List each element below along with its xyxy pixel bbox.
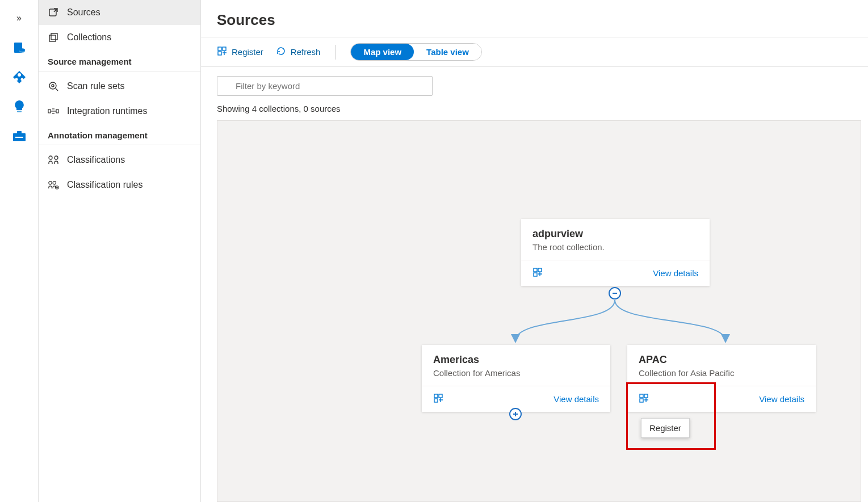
sidebar-section-annotation-mgmt: Annotation management bbox=[39, 124, 200, 145]
svg-rect-37 bbox=[640, 399, 643, 402]
register-label: Register bbox=[232, 47, 263, 57]
svg-rect-26 bbox=[534, 268, 537, 272]
register-icon bbox=[217, 46, 227, 58]
svg-rect-16 bbox=[48, 109, 51, 113]
map-view-toggle[interactable]: Map view bbox=[351, 44, 414, 60]
status-line: Showing 4 collections, 0 sources bbox=[201, 102, 868, 120]
svg-rect-24 bbox=[223, 47, 226, 50]
svg-point-21 bbox=[53, 182, 56, 184]
map-canvas[interactable]: adpurview The root collection. View deta… bbox=[217, 120, 861, 502]
rail-management[interactable] bbox=[11, 128, 27, 144]
sidebar-item-label: Classification rules bbox=[67, 180, 142, 190]
sidebar-item-label: Scan rule sets bbox=[67, 81, 124, 91]
toolbar-divider bbox=[335, 45, 336, 60]
svg-rect-7 bbox=[17, 111, 22, 112]
svg-rect-10 bbox=[15, 137, 23, 138]
svg-rect-36 bbox=[644, 394, 648, 398]
refresh-label: Refresh bbox=[291, 47, 321, 57]
view-details-link[interactable]: View details bbox=[553, 394, 599, 404]
svg-point-6 bbox=[20, 78, 23, 81]
svg-rect-30 bbox=[434, 394, 438, 398]
sidebar-section-source-mgmt: Source management bbox=[39, 50, 200, 71]
register-tooltip: Register bbox=[641, 418, 690, 438]
collections-icon bbox=[48, 32, 59, 43]
lightbulb-icon bbox=[13, 99, 26, 114]
svg-rect-35 bbox=[640, 394, 643, 398]
svg-point-14 bbox=[49, 82, 56, 89]
card-title: Americas bbox=[433, 354, 599, 366]
chevron-double-right-icon: » bbox=[16, 13, 22, 23]
icon-rail: » bbox=[0, 0, 39, 502]
expand-nav-button[interactable]: » bbox=[11, 10, 27, 26]
svg-point-19 bbox=[54, 156, 58, 159]
card-title: adpurview bbox=[532, 228, 698, 240]
card-title: APAC bbox=[639, 354, 804, 366]
page-title: Sources bbox=[201, 0, 868, 37]
svg-point-4 bbox=[18, 73, 21, 77]
toolbar: Register Refresh Map view Table view bbox=[201, 37, 868, 67]
card-register-icon[interactable] bbox=[639, 393, 649, 405]
svg-rect-27 bbox=[538, 268, 542, 272]
svg-rect-25 bbox=[218, 52, 221, 55]
svg-rect-9 bbox=[17, 131, 22, 134]
runtime-icon bbox=[48, 106, 59, 117]
svg-point-20 bbox=[49, 182, 52, 184]
sources-icon bbox=[48, 7, 59, 18]
svg-point-18 bbox=[49, 156, 52, 159]
card-register-icon[interactable] bbox=[433, 393, 443, 405]
card-subtitle: Collection for Asia Pacific bbox=[639, 368, 804, 378]
svg-rect-11 bbox=[49, 9, 56, 16]
svg-rect-17 bbox=[56, 109, 58, 113]
svg-point-15 bbox=[52, 85, 54, 87]
rail-data-catalog[interactable] bbox=[11, 40, 27, 56]
sidebar-item-sources[interactable]: Sources bbox=[39, 0, 200, 25]
classifications-icon bbox=[48, 154, 59, 166]
refresh-button[interactable]: Refresh bbox=[276, 46, 321, 58]
register-button[interactable]: Register bbox=[217, 46, 263, 58]
svg-marker-3 bbox=[13, 71, 26, 83]
database-icon bbox=[12, 41, 26, 54]
view-details-link[interactable]: View details bbox=[653, 268, 698, 278]
classification-rules-icon bbox=[48, 179, 59, 191]
sidebar-item-label: Classifications bbox=[67, 155, 125, 165]
svg-point-5 bbox=[15, 78, 18, 81]
connector-lines bbox=[217, 121, 861, 502]
view-toggle: Map view Table view bbox=[350, 43, 481, 61]
collection-card-americas[interactable]: Americas Collection for Americas View de… bbox=[422, 345, 610, 412]
sidebar-item-classification-rules[interactable]: Classification rules bbox=[39, 172, 200, 197]
expand-node-button[interactable] bbox=[509, 408, 522, 420]
sidebar-item-label: Sources bbox=[67, 7, 100, 18]
filter-input[interactable] bbox=[217, 76, 433, 96]
rail-data-map[interactable] bbox=[11, 69, 27, 85]
toolbox-icon bbox=[12, 130, 27, 142]
card-subtitle: The root collection. bbox=[532, 242, 698, 252]
tooltip-label: Register bbox=[649, 423, 681, 433]
sidebar-item-classifications[interactable]: Classifications bbox=[39, 147, 200, 172]
filter-row bbox=[201, 67, 868, 102]
card-subtitle: Collection for Americas bbox=[433, 368, 599, 378]
sidebar-item-label: Integration runtimes bbox=[67, 106, 147, 116]
svg-rect-28 bbox=[534, 273, 537, 276]
main-content: Sources Register Refresh Map view Table … bbox=[201, 0, 868, 502]
sidebar-item-collections[interactable]: Collections bbox=[39, 25, 200, 50]
svg-point-2 bbox=[19, 48, 25, 52]
svg-rect-31 bbox=[439, 394, 442, 398]
collection-card-root[interactable]: adpurview The root collection. View deta… bbox=[521, 219, 710, 286]
svg-rect-32 bbox=[434, 399, 438, 402]
sidebar-item-label: Collections bbox=[67, 32, 111, 43]
view-details-link[interactable]: View details bbox=[759, 394, 804, 404]
collapse-node-button[interactable] bbox=[609, 287, 621, 299]
sidebar: Sources Collections Source management Sc… bbox=[39, 0, 201, 502]
card-register-icon[interactable] bbox=[532, 267, 543, 279]
svg-rect-23 bbox=[218, 47, 221, 50]
collection-card-apac[interactable]: APAC Collection for Asia Pacific View de… bbox=[627, 345, 816, 412]
map-icon bbox=[12, 70, 27, 85]
refresh-icon bbox=[276, 46, 286, 58]
svg-rect-13 bbox=[51, 33, 57, 40]
sidebar-item-scan-rule-sets[interactable]: Scan rule sets bbox=[39, 74, 200, 99]
svg-rect-12 bbox=[49, 35, 56, 41]
rail-insights[interactable] bbox=[11, 99, 27, 115]
sidebar-item-integration-runtimes[interactable]: Integration runtimes bbox=[39, 99, 200, 124]
table-view-toggle[interactable]: Table view bbox=[414, 44, 481, 60]
scan-icon bbox=[48, 81, 59, 92]
